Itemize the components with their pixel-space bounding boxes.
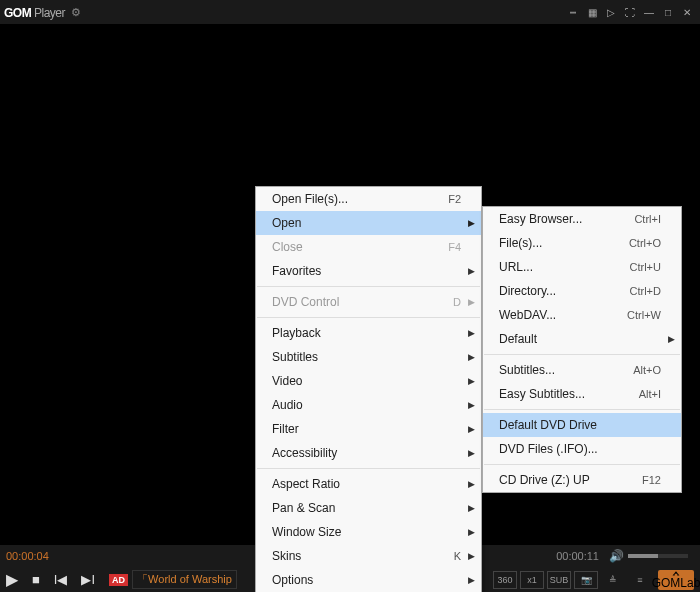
menu-item[interactable]: SkinsK▶ xyxy=(256,544,481,568)
menu-shortcut: Ctrl+I xyxy=(634,213,661,225)
menu-item[interactable]: Aspect Ratio▶ xyxy=(256,472,481,496)
menu-item[interactable]: Subtitles▶ xyxy=(256,345,481,369)
menu-item-label: Favorites xyxy=(272,264,461,278)
menu-shortcut: Ctrl+O xyxy=(629,237,661,249)
chevron-right-icon: ▶ xyxy=(468,218,475,228)
context-menu: Open File(s)...F2Open▶CloseF4Favorites▶D… xyxy=(255,186,482,592)
chevron-right-icon: ▶ xyxy=(668,334,675,344)
menu-item[interactable]: Subtitles...Alt+O xyxy=(483,358,681,382)
next-button[interactable]: ▶I xyxy=(81,572,95,587)
menu-item-label: Filter xyxy=(272,422,461,436)
menu-item[interactable]: Default DVD Drive xyxy=(483,413,681,437)
menu-item-label: Open xyxy=(272,216,461,230)
tb-fullscreen-icon[interactable]: ⛶ xyxy=(621,4,639,20)
menu-item-label: Easy Browser... xyxy=(499,212,634,226)
menu-item[interactable]: Directory...Ctrl+D xyxy=(483,279,681,303)
menu-item-label: Subtitles... xyxy=(499,363,633,377)
menu-item[interactable]: Options▶ xyxy=(256,568,481,592)
chevron-right-icon: ▶ xyxy=(468,575,475,585)
menu-item-label: Close xyxy=(272,240,448,254)
maximize-button[interactable]: □ xyxy=(659,4,677,20)
menu-item[interactable]: File(s)...Ctrl+O xyxy=(483,231,681,255)
menu-button[interactable]: ≡ xyxy=(628,571,652,589)
menu-item[interactable]: Default▶ xyxy=(483,327,681,351)
chevron-right-icon: ▶ xyxy=(468,352,475,362)
tb-dashes-icon[interactable]: ┅ xyxy=(564,4,582,20)
eject-button[interactable]: ≜ xyxy=(601,571,625,589)
vr360-button[interactable]: 360 xyxy=(493,571,517,589)
volume-icon[interactable]: 🔊 xyxy=(609,549,624,563)
menu-item[interactable]: Window Size▶ xyxy=(256,520,481,544)
chevron-right-icon: ▶ xyxy=(468,503,475,513)
prev-button[interactable]: I◀ xyxy=(54,572,68,587)
tb-play-icon[interactable]: ▷ xyxy=(602,4,620,20)
chevron-right-icon: ▶ xyxy=(468,400,475,410)
menu-item-label: Directory... xyxy=(499,284,630,298)
menu-shortcut: D xyxy=(453,296,461,308)
menu-item[interactable]: Favorites▶ xyxy=(256,259,481,283)
minimize-button[interactable]: — xyxy=(640,4,658,20)
chevron-right-icon: ▶ xyxy=(468,297,475,307)
menu-shortcut: Alt+O xyxy=(633,364,661,376)
menu-item[interactable]: Open File(s)...F2 xyxy=(256,187,481,211)
menu-item-label: Audio xyxy=(272,398,461,412)
ad-text[interactable]: 「World of Warship xyxy=(132,570,237,589)
menu-item[interactable]: Audio▶ xyxy=(256,393,481,417)
app-logo: GOM Player xyxy=(4,5,65,20)
subtitle-button[interactable]: SUB xyxy=(547,571,571,589)
menu-item[interactable]: Playback▶ xyxy=(256,321,481,345)
menu-item[interactable]: URL...Ctrl+U xyxy=(483,255,681,279)
stop-button[interactable]: ■ xyxy=(32,572,40,587)
total-time: 00:00:11 xyxy=(556,550,599,562)
menu-shortcut: Ctrl+U xyxy=(630,261,661,273)
menu-item-label: Window Size xyxy=(272,525,461,539)
menu-item[interactable]: Filter▶ xyxy=(256,417,481,441)
menu-shortcut: Ctrl+W xyxy=(627,309,661,321)
menu-shortcut: F2 xyxy=(448,193,461,205)
menu-item[interactable]: Easy Browser...Ctrl+I xyxy=(483,207,681,231)
menu-item-label: WebDAV... xyxy=(499,308,627,322)
menu-item-label: Video xyxy=(272,374,461,388)
close-button[interactable]: ✕ xyxy=(678,4,696,20)
menu-item-label: Default xyxy=(499,332,661,346)
elapsed-time: 00:00:04 xyxy=(6,550,49,562)
menu-item[interactable]: Accessibility▶ xyxy=(256,441,481,465)
menu-item[interactable]: DVD Files (.IFO)... xyxy=(483,437,681,461)
menu-item[interactable]: Video▶ xyxy=(256,369,481,393)
menu-item[interactable]: Easy Subtitles...Alt+I xyxy=(483,382,681,406)
menu-item[interactable]: Pan & Scan▶ xyxy=(256,496,481,520)
menu-item[interactable]: WebDAV...Ctrl+W xyxy=(483,303,681,327)
open-submenu: Easy Browser...Ctrl+IFile(s)...Ctrl+OURL… xyxy=(482,206,682,493)
menu-item-label: Subtitles xyxy=(272,350,461,364)
menu-item-label: Open File(s)... xyxy=(272,192,448,206)
gear-icon[interactable]: ⚙ xyxy=(71,6,81,19)
menu-item-label: Playback xyxy=(272,326,461,340)
menu-item-label: Skins xyxy=(272,549,454,563)
speed-button[interactable]: x1 xyxy=(520,571,544,589)
gomlab-button[interactable]: GOMLab xyxy=(658,570,694,590)
chevron-right-icon: ▶ xyxy=(468,527,475,537)
menu-item-label: Pan & Scan xyxy=(272,501,461,515)
menu-item-label: Accessibility xyxy=(272,446,461,460)
menu-item-label: URL... xyxy=(499,260,630,274)
menu-shortcut: K xyxy=(454,550,461,562)
play-button[interactable]: ▶ xyxy=(6,570,18,589)
screenshot-button[interactable]: 📷 xyxy=(574,571,598,589)
menu-item: CloseF4 xyxy=(256,235,481,259)
menu-shortcut: F12 xyxy=(642,474,661,486)
volume-slider[interactable] xyxy=(628,554,688,558)
menu-item-label: File(s)... xyxy=(499,236,629,250)
tb-grid-icon[interactable]: ▦ xyxy=(583,4,601,20)
menu-item-label: Options xyxy=(272,573,461,587)
chevron-right-icon: ▶ xyxy=(468,479,475,489)
chevron-right-icon: ▶ xyxy=(468,424,475,434)
chevron-right-icon: ▶ xyxy=(468,328,475,338)
menu-item-label: DVD Files (.IFO)... xyxy=(499,442,661,456)
menu-item-label: Default DVD Drive xyxy=(499,418,661,432)
chevron-right-icon: ▶ xyxy=(468,376,475,386)
menu-item[interactable]: Open▶ xyxy=(256,211,481,235)
chevron-right-icon: ▶ xyxy=(468,448,475,458)
chevron-right-icon: ▶ xyxy=(468,551,475,561)
menu-item[interactable]: CD Drive (Z:) UPF12 xyxy=(483,468,681,492)
menu-item: DVD ControlD▶ xyxy=(256,290,481,314)
